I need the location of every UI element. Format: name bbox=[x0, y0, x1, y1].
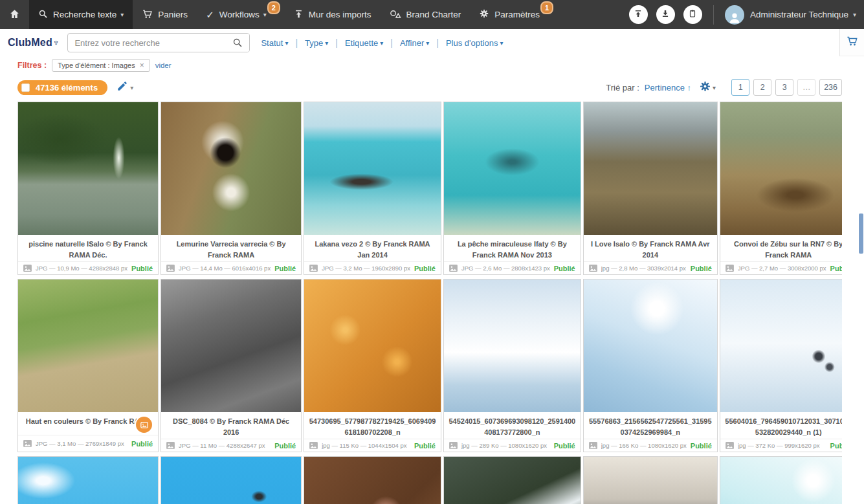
asset-thumbnail[interactable] bbox=[444, 279, 581, 412]
result-card[interactable]: Lemurine Varrecia varrecia © By Franck R… bbox=[161, 102, 302, 275]
asset-link-badge[interactable] bbox=[136, 417, 152, 433]
asset-title[interactable]: 55604016_796459010712031_307108153282002… bbox=[724, 416, 842, 437]
asset-thumbnail[interactable] bbox=[161, 102, 301, 235]
asset-title[interactable]: piscine naturelle ISalo © By Franck RAMA… bbox=[22, 239, 154, 260]
card-info-bar: JPG — 3,2 Mo — 1960x2890 px Publié bbox=[304, 261, 441, 274]
asset-title[interactable]: Haut en couleurs © By Franck RAMA bbox=[26, 416, 151, 427]
asset-thumbnail[interactable] bbox=[444, 457, 581, 504]
results-count-pill[interactable]: 47136 éléments bbox=[17, 80, 107, 95]
result-card[interactable]: DSC_8084 © By Franck RAMA Déc 2016 JPG —… bbox=[161, 279, 302, 452]
sort-and-pagination: Trié par : Pertinence ↑ ▾ 1 2 3 … 236 bbox=[606, 79, 842, 96]
card-info-bar: jpg — 2,8 Mo — 3039x2014 px Publié bbox=[584, 261, 717, 274]
filter-chip-type-element-images[interactable]: Type d'élément : Images × bbox=[52, 59, 150, 72]
nav-item-parametres[interactable]: Paramètres 1 bbox=[470, 0, 549, 29]
select-all-checkbox[interactable] bbox=[21, 83, 30, 92]
upload-circle-icon bbox=[634, 9, 643, 20]
nav-item-paniers[interactable]: Paniers bbox=[133, 0, 197, 29]
asset-thumbnail[interactable] bbox=[304, 279, 441, 412]
pencil-icon bbox=[116, 80, 128, 94]
result-card[interactable]: I Love Isalo © By Franck RAMA Avr 2014 j… bbox=[583, 102, 718, 275]
asset-thumbnail[interactable] bbox=[584, 102, 717, 235]
upload-circle-button[interactable] bbox=[629, 5, 648, 24]
asset-title[interactable]: I Love Isalo © By Franck RAMA Avr 2014 bbox=[588, 239, 713, 260]
asset-title[interactable]: Convoi de Zébu sur la RN7 © By Franck RA… bbox=[724, 239, 842, 260]
sort-value-link[interactable]: Pertinence ↑ bbox=[645, 83, 691, 93]
filter-plus-options[interactable]: Plus d'options▾ bbox=[439, 38, 511, 48]
home-button[interactable] bbox=[0, 0, 29, 29]
scrollbar-thumb[interactable] bbox=[859, 214, 863, 254]
image-file-icon bbox=[166, 440, 175, 452]
result-card[interactable] bbox=[17, 456, 159, 504]
asset-title[interactable]: Lakana vezo 2 © By Franck RAMA Jan 2014 bbox=[308, 239, 437, 260]
asset-thumbnail[interactable] bbox=[304, 457, 441, 504]
card-body: Convoi de Zébu sur la RN7 © By Franck RA… bbox=[720, 235, 842, 261]
asset-thumbnail[interactable] bbox=[18, 279, 158, 412]
asset-thumbnail[interactable] bbox=[720, 102, 842, 235]
result-card[interactable]: 55576863_2156562547725561_31595037425296… bbox=[583, 279, 718, 452]
asset-thumbnail[interactable] bbox=[720, 279, 842, 412]
edit-selection-button[interactable]: ▾ bbox=[116, 80, 133, 94]
parametres-count-badge: 1 bbox=[540, 1, 553, 14]
search-input[interactable] bbox=[68, 38, 226, 48]
result-card[interactable] bbox=[720, 456, 842, 504]
asset-thumbnail[interactable] bbox=[584, 279, 717, 412]
display-settings-button[interactable]: ▾ bbox=[699, 80, 716, 95]
image-file-icon bbox=[166, 263, 175, 274]
basket-shortcut-button[interactable] bbox=[839, 29, 864, 56]
asset-thumbnail[interactable] bbox=[444, 102, 581, 235]
result-card[interactable]: La pêche miraculeuse Ifaty © By Franck R… bbox=[443, 102, 581, 275]
result-card[interactable]: Convoi de Zébu sur la RN7 © By Franck RA… bbox=[720, 102, 842, 275]
asset-thumbnail[interactable] bbox=[304, 102, 441, 235]
clubmed-logo: ClubMed♆ bbox=[8, 37, 60, 49]
card-body: I Love Isalo © By Franck RAMA Avr 2014 bbox=[584, 235, 717, 261]
result-card[interactable] bbox=[304, 456, 441, 504]
asset-thumbnail[interactable] bbox=[18, 102, 158, 235]
remove-filter-icon[interactable]: × bbox=[140, 61, 144, 70]
result-card[interactable]: 54524015_607369693098120_259140040817377… bbox=[443, 279, 581, 452]
filter-statut[interactable]: Statut▾ bbox=[254, 38, 295, 48]
asset-thumbnail[interactable] bbox=[18, 457, 158, 504]
asset-thumbnail[interactable] bbox=[161, 279, 301, 412]
nav-item-mur-des-imports[interactable]: Mur des imports bbox=[285, 0, 381, 29]
results-grid: piscine naturelle ISalo © By Franck RAMA… bbox=[17, 102, 842, 504]
result-card[interactable]: piscine naturelle ISalo © By Franck RAMA… bbox=[17, 102, 159, 275]
asset-thumbnail[interactable] bbox=[161, 457, 301, 504]
user-menu[interactable]: Administrateur Technique ▾ bbox=[725, 5, 856, 25]
page-button-3[interactable]: 3 bbox=[775, 79, 793, 96]
search-submit-button[interactable] bbox=[226, 34, 249, 52]
shapes-icon bbox=[390, 9, 401, 21]
result-card[interactable] bbox=[161, 456, 302, 504]
asset-metadata: jpg — 166 Ko — 1080x1620 px bbox=[601, 442, 687, 449]
download-circle-button[interactable] bbox=[656, 5, 675, 24]
page-button-1[interactable]: 1 bbox=[731, 79, 749, 96]
nav-item-brand-charter[interactable]: Brand Charter bbox=[381, 0, 471, 29]
asset-title[interactable]: 54730695_577987782719425_606940961818070… bbox=[308, 416, 437, 437]
page-button-236[interactable]: 236 bbox=[819, 79, 842, 96]
result-card[interactable] bbox=[583, 456, 718, 504]
asset-title[interactable]: 54524015_607369693098120_259140040817377… bbox=[448, 416, 577, 437]
result-card[interactable] bbox=[443, 456, 581, 504]
nav-item-workflows[interactable]: ✓ Workflows ▾ 2 bbox=[197, 0, 276, 29]
filter-type[interactable]: Type▾ bbox=[298, 38, 335, 48]
asset-title[interactable]: La pêche miraculeuse Ifaty © By Franck R… bbox=[448, 239, 577, 260]
asset-thumbnail[interactable] bbox=[720, 457, 842, 504]
asset-metadata: JPG — 2,7 Mo — 3008x2000 px bbox=[738, 265, 826, 272]
asset-metadata: jpg — 115 Ko — 1044x1504 px bbox=[322, 442, 410, 449]
result-card[interactable]: 54730695_577987782719425_606940961818070… bbox=[304, 279, 441, 452]
filter-affiner[interactable]: Affiner▾ bbox=[393, 38, 436, 48]
filter-etiquette[interactable]: Etiquette▾ bbox=[338, 38, 390, 48]
nav-item-recherche-texte[interactable]: Recherche texte ▾ bbox=[29, 0, 133, 29]
asset-thumbnail[interactable] bbox=[584, 457, 717, 504]
page-button-2[interactable]: 2 bbox=[753, 79, 771, 96]
result-card[interactable]: 55604016_796459010712031_307108153282002… bbox=[720, 279, 842, 452]
card-body: 55576863_2156562547725561_31595037425296… bbox=[584, 412, 717, 439]
result-card[interactable]: Lakana vezo 2 © By Franck RAMA Jan 2014 … bbox=[304, 102, 441, 275]
asset-title[interactable]: 55576863_2156562547725561_31595037425296… bbox=[588, 416, 713, 437]
clear-filters-link[interactable]: vider bbox=[155, 61, 172, 69]
asset-title[interactable]: DSC_8084 © By Franck RAMA Déc 2016 bbox=[165, 416, 297, 437]
clipboard-button[interactable] bbox=[683, 5, 702, 24]
result-card[interactable]: Haut en couleurs © By Franck RAMA JPG — … bbox=[17, 279, 159, 452]
asset-title[interactable]: Lemurine Varrecia varrecia © By Franck R… bbox=[165, 239, 297, 260]
download-circle-icon bbox=[661, 9, 670, 20]
workflows-count-badge: 2 bbox=[267, 1, 280, 14]
